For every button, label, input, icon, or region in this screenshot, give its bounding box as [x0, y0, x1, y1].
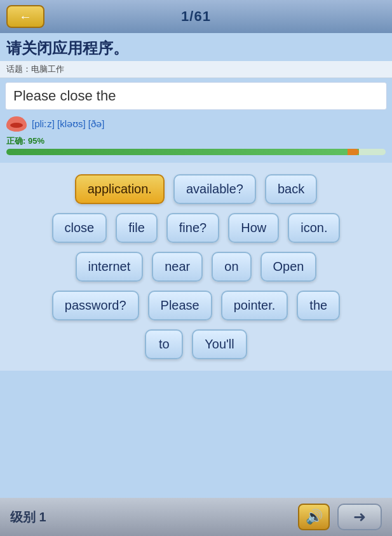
back-arrow-icon: ← [19, 10, 32, 24]
word-button-3-3[interactable]: the [297, 291, 340, 320]
back-button[interactable]: ← [6, 5, 44, 28]
word-button-1-4[interactable]: icon. [288, 213, 340, 243]
topic-bar: 话题：电脑工作 [0, 61, 392, 78]
pronunciation-row: [pliːz] [kləʊs] [ðə] [0, 114, 392, 134]
progress-section: 正确: 95% [0, 134, 392, 159]
word-row-0: application.available?back [75, 174, 318, 204]
word-button-4-1[interactable]: You'll [192, 329, 247, 359]
word-button-1-3[interactable]: How [228, 213, 279, 243]
word-button-1-1[interactable]: file [116, 213, 158, 243]
speaker-icon: 🔊 [306, 509, 323, 525]
footer: 级别 1 🔊 ➜ [0, 498, 392, 536]
word-button-4-0[interactable]: to [145, 329, 183, 359]
word-row-2: internetnearonOpen [76, 252, 317, 282]
word-button-3-1[interactable]: Please [148, 291, 212, 320]
topic-label: 话题：电脑工作 [6, 64, 64, 74]
english-sentence-text: Please close the [13, 88, 116, 104]
sentence-display: Please close the [5, 82, 387, 110]
word-button-1-0[interactable]: close [52, 213, 107, 243]
word-button-2-1[interactable]: near [152, 252, 203, 282]
word-button-0-0[interactable]: application. [75, 174, 165, 204]
progress-label: 正确: 95% [6, 135, 386, 147]
word-row-4: toYou'll [145, 329, 247, 359]
word-button-1-2[interactable]: fine? [166, 213, 219, 243]
next-arrow-icon: ➜ [353, 508, 366, 526]
progress-bar-fill [6, 149, 359, 155]
word-button-2-3[interactable]: Open [260, 252, 317, 282]
pronunciation-text: [pliːz] [kləʊs] [ðə] [32, 118, 105, 130]
footer-right: 🔊 ➜ [298, 504, 382, 530]
lips-icon[interactable] [6, 116, 27, 132]
header: ← 1/61 [0, 0, 392, 33]
chinese-sentence: 请关闭应用程序。 [0, 33, 392, 61]
word-button-3-2[interactable]: pointer. [221, 291, 288, 320]
word-button-3-0[interactable]: password? [52, 291, 139, 320]
word-button-0-2[interactable]: back [265, 174, 317, 204]
progress-bar-background [6, 149, 386, 155]
word-row-3: password?Pleasepointer.the [52, 291, 340, 320]
word-button-2-2[interactable]: on [212, 252, 251, 282]
word-row-1: closefilefine?Howicon. [52, 213, 341, 243]
progress-bar-accent [348, 149, 359, 155]
level-label: 级别 1 [10, 509, 46, 526]
word-button-0-1[interactable]: available? [173, 174, 256, 204]
next-button[interactable]: ➜ [337, 504, 382, 530]
header-title: 1/61 [181, 8, 211, 25]
word-grid-area: application.available?backclosefilefine?… [0, 163, 392, 371]
speaker-button[interactable]: 🔊 [298, 504, 330, 530]
word-button-2-0[interactable]: internet [76, 252, 144, 282]
